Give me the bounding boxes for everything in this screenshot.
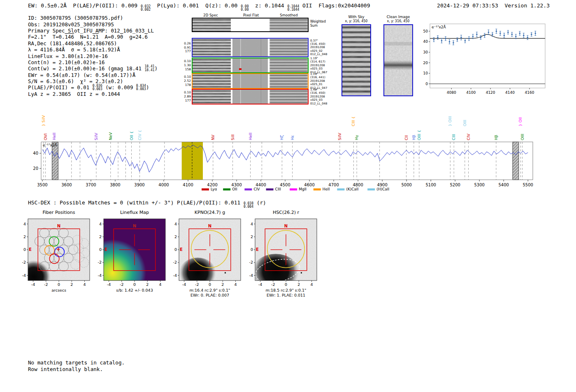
svg-text:3600: 3600: [61, 183, 72, 187]
info-line-1: ID: 3005078795 (3005078795.pdf): [28, 15, 158, 21]
emission-line-label: CIII {: [351, 116, 355, 126]
clean-image-panel: Clean Image x, y: 316, 450: [379, 15, 417, 96]
svg-text:2: 2: [221, 282, 224, 287]
svg-text:4800: 4800: [353, 183, 363, 187]
svg-text:-4: -4: [249, 273, 253, 278]
info-line-7: LineFlux = 3.80(±1.20)e-16: [28, 53, 158, 59]
svg-text:4140: 4140: [505, 90, 515, 95]
legend-swatch: [223, 188, 230, 190]
emission-line-label: Hβ: [494, 135, 498, 140]
svg-text:-4: -4: [258, 282, 262, 287]
svg-text:e⁻¹⁷x2Å: e⁻¹⁷x2Å: [43, 143, 58, 147]
svg-text:20: 20: [33, 166, 38, 171]
cutout-fibers-1: Fiber PositionsNE-4-4-2-2002244arcsecs: [16, 208, 101, 299]
north-label: N: [284, 224, 288, 228]
svg-text:4400: 4400: [255, 183, 266, 187]
legend-label: (H)CaII: [376, 187, 389, 191]
spec2d-row-3: [192, 73, 309, 89]
legend-swatch: [367, 188, 375, 190]
legend-label: CIII: [275, 187, 281, 191]
svg-text:4100: 4100: [183, 183, 193, 187]
legend-swatch: [290, 188, 297, 190]
svg-text:e⁻¹⁷x2Å: e⁻¹⁷x2Å: [432, 25, 446, 29]
legend-swatch: [314, 188, 321, 190]
svg-text:3700: 3700: [86, 183, 96, 187]
spec2d-row-left-labels: 0.260.91177: [181, 38, 191, 57]
detection-info-block: ID: 3005078795 (3005078795.pdf)Obs: 2019…: [28, 15, 158, 97]
svg-text:0: 0: [23, 247, 26, 252]
svg-text:20: 20: [423, 61, 428, 65]
footer-line: No matching targets in catalog.: [28, 360, 125, 366]
spec2d-panel: 2D Spec Pixel Flat Smoothed 0.260.911770…: [183, 12, 343, 109]
cutout-lineflux-2: Lineflux MapNE-4-4-2-2002244s/b: 1.42 +/…: [92, 208, 177, 299]
line-fit-chart: 0102030405040804100412041404160e⁻¹⁷x2Å: [418, 20, 553, 97]
emission-line-label: CII: [404, 135, 409, 140]
datetime-version: 2024-12-29 07:33:53 Version 1.22.3: [437, 2, 550, 9]
svg-text:-2: -2: [98, 260, 102, 264]
emission-line-label: OIII: [520, 134, 525, 140]
svg-text:-2: -2: [271, 282, 275, 287]
emission-line-label: NV: [211, 135, 215, 140]
east-label: E: [180, 247, 183, 252]
legend-label: HeII: [323, 187, 330, 191]
cutout-row: Fiber PositionsNE-4-4-2-2002244arcsecsLi…: [0, 208, 576, 307]
emission-line-label: } OII: [518, 117, 523, 126]
svg-text:3800: 3800: [110, 183, 120, 187]
with-sky-coords: x, y: 316, 450: [337, 19, 375, 23]
svg-text:4: 4: [174, 222, 177, 226]
svg-text:-2: -2: [249, 260, 253, 264]
svg-text:30: 30: [423, 50, 428, 54]
svg-text:4: 4: [23, 222, 26, 226]
svg-text:0: 0: [209, 282, 211, 287]
masked-band: [513, 142, 519, 180]
east-label: E: [256, 247, 259, 252]
svg-text:-4: -4: [107, 282, 111, 287]
svg-text:4: 4: [99, 222, 102, 226]
legend-label: Lyα: [211, 187, 217, 191]
svg-text:4: 4: [251, 222, 253, 226]
info-line-11: S/N = 6.3(±0.6) χ² = 2.3(±0.2): [28, 78, 158, 84]
spec2d-rows: 0.260.911770.37"(316, 450)20191208v025_0…: [192, 12, 309, 109]
summary-header: EW: 0.5±0.2Å P(LAE)/P(OII): 0.009 0.0320…: [28, 2, 370, 12]
emission-line-label: SiII: [230, 135, 235, 140]
emission-line-label: } SiIV: [41, 115, 46, 126]
info-line-10: EWr = 0.54(±0.17) (w: 0.54(±0.17))Å: [28, 72, 158, 78]
spec2d-row-left-labels: 0.102.89177: [181, 89, 191, 104]
legend-label: CIV: [253, 187, 260, 191]
cutout-gray-4: HSC(26.2) rNE-4-4-2-2002244m:18.5 rc:2.9…: [244, 208, 328, 299]
info-line-2: Obs: 20191208v025_3005078795: [28, 21, 158, 27]
svg-text:4: 4: [159, 282, 161, 287]
svg-text:-4: -4: [173, 273, 177, 278]
legend-swatch: [202, 188, 209, 190]
info-line-6: λ = 4116.84Å σ = 5.18(±1.92)Å: [28, 46, 158, 53]
svg-text:5100: 5100: [425, 183, 436, 187]
emission-line-label: CIV: [466, 134, 471, 140]
emission-line-label: Hγ: [354, 135, 359, 140]
info-line-13: LyA z = 2.3865 OII z = 0.1044: [28, 91, 158, 97]
cutout-title: Lineflux Map: [120, 210, 149, 215]
emission-line-label: Hβ: [411, 135, 416, 140]
svg-text:-4: -4: [31, 282, 35, 287]
emission-line-label: CIV {: [137, 130, 142, 140]
svg-text:2: 2: [297, 282, 300, 287]
north-label: N: [57, 224, 60, 228]
svg-text:-2: -2: [195, 282, 199, 287]
svg-text:4120: 4120: [486, 90, 495, 95]
info-line-12: P(LAE)/P(OII) = 0.01 0.0360.003 (w: 0.00…: [28, 84, 158, 90]
north-label: N: [133, 224, 136, 228]
svg-text:-2: -2: [22, 260, 26, 264]
svg-text:4200: 4200: [207, 183, 217, 187]
svg-text:4300: 4300: [231, 183, 242, 187]
cutout-title: HSC(26.2) r: [273, 210, 300, 215]
spec2d-row-left-labels: 0.101.30158: [181, 58, 191, 73]
svg-text:10: 10: [423, 71, 428, 75]
svg-text:4: 4: [234, 282, 237, 287]
svg-text:5500: 5500: [523, 183, 533, 187]
emission-line-label: NeV: [108, 132, 113, 140]
spec2d-row-1: [192, 38, 309, 57]
svg-text:4160: 4160: [525, 90, 534, 95]
svg-text:0: 0: [285, 282, 287, 287]
with-sky-panel: With Sky x, y: 316, 450: [337, 15, 375, 96]
emission-line-label: SiIV: [94, 133, 98, 140]
emission-line-label: HeII: [248, 132, 253, 140]
